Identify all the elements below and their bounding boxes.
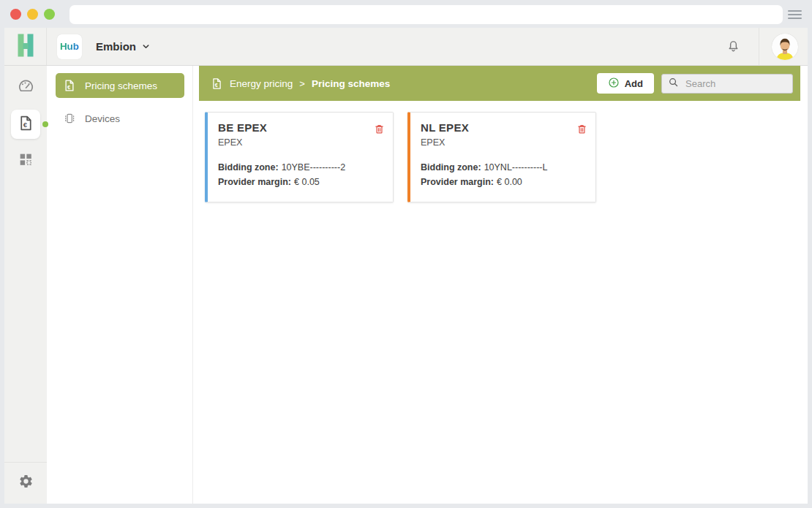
card-subtitle: EPEX: [218, 137, 383, 148]
settings-button[interactable]: [18, 474, 34, 491]
field-value: 10YBE----------2: [282, 162, 346, 173]
toolbar-right: Add: [597, 73, 793, 94]
nav-dashboard[interactable]: [17, 77, 35, 97]
pricing-scheme-card[interactable]: NL EPEX EPEX: [407, 112, 596, 202]
hamburger-icon[interactable]: [788, 10, 802, 21]
chevron-down-icon: [142, 40, 150, 53]
plus-circle-icon: [608, 77, 620, 91]
header-right: [726, 28, 808, 65]
active-indicator-dot: [42, 121, 48, 127]
rail-bottom: [4, 462, 47, 504]
toolbar: € Energy pricing > Pricing schemes Add: [199, 66, 800, 101]
sidebar: € Pricing schemes Devices: [47, 66, 193, 504]
breadcrumb-pricing-schemes: Pricing schemes: [312, 78, 390, 89]
app-body: €: [4, 66, 808, 504]
breadcrumb: € Energy pricing > Pricing schemes: [211, 77, 390, 90]
svg-text:€: €: [23, 121, 27, 129]
search-input[interactable]: [684, 77, 786, 90]
document-euro-icon: €: [63, 79, 76, 92]
close-window-button[interactable]: [10, 9, 21, 20]
card-fields: Bidding zone:10YNL----------L Provider m…: [421, 160, 585, 189]
search-icon: [668, 77, 679, 91]
org-name: Embion: [96, 40, 136, 53]
org-switcher[interactable]: Embion: [91, 39, 154, 53]
provider-margin-field: Provider margin:€ 0.00: [421, 175, 585, 189]
sidebar-item-label: Devices: [85, 113, 120, 124]
trash-icon: [576, 123, 587, 137]
svg-text:€: €: [215, 82, 218, 88]
app-header: Hub Embion: [4, 28, 808, 66]
app-root: Hub Embion: [4, 28, 808, 504]
card-fields: Bidding zone:10YBE----------2 Provider m…: [218, 160, 383, 189]
app-logo[interactable]: [4, 28, 47, 65]
nav-rail: €: [4, 66, 47, 504]
header-main: Hub Embion: [47, 28, 808, 65]
delete-scheme-button[interactable]: [575, 121, 589, 139]
product-badge-label: Hub: [60, 41, 79, 52]
field-label: Provider margin:: [218, 177, 291, 187]
sidebar-item-label: Pricing schemes: [85, 80, 157, 91]
breadcrumb-separator: >: [299, 78, 305, 89]
card-subtitle: EPEX: [421, 137, 585, 148]
url-bar[interactable]: [69, 5, 783, 24]
traffic-lights: [10, 9, 55, 20]
main-content: € Energy pricing > Pricing schemes Add: [193, 66, 808, 504]
notifications-button[interactable]: [726, 38, 741, 56]
device-icon: [63, 112, 76, 125]
gauge-icon: [17, 77, 35, 97]
nav-pricing[interactable]: €: [11, 110, 40, 139]
user-avatar[interactable]: [772, 34, 798, 60]
header-divider: [759, 28, 759, 65]
maximize-window-button[interactable]: [44, 9, 55, 20]
field-value: 10YNL----------L: [484, 162, 548, 173]
product-badge: Hub: [57, 34, 82, 59]
field-label: Bidding zone:: [421, 162, 481, 173]
card-title: NL EPEX: [421, 121, 585, 134]
breadcrumb-energy-pricing[interactable]: Energy pricing: [230, 78, 293, 89]
minimize-window-button[interactable]: [27, 9, 38, 20]
gear-icon: [18, 474, 34, 491]
field-label: Bidding zone:: [218, 162, 279, 173]
provider-margin-field: Provider margin:€ 0.05: [218, 175, 383, 189]
card-title: BE EPEX: [218, 121, 383, 134]
document-euro-icon: €: [211, 77, 223, 90]
nav-modules[interactable]: [18, 151, 34, 170]
modules-grid-icon: [18, 151, 34, 170]
search-box: [661, 74, 793, 94]
document-euro-icon: €: [18, 115, 34, 134]
pricing-scheme-card[interactable]: BE EPEX EPEX: [205, 112, 394, 202]
delete-scheme-button[interactable]: [372, 121, 386, 139]
bell-icon: [726, 38, 741, 56]
svg-text:€: €: [67, 84, 71, 91]
sidebar-item-devices[interactable]: Devices: [56, 106, 184, 131]
field-value: € 0.00: [497, 177, 522, 187]
h-logo-icon: [13, 33, 38, 61]
browser-titlebar: [0, 0, 812, 28]
add-button-label: Add: [625, 78, 643, 89]
field-value: € 0.05: [294, 177, 320, 187]
field-label: Provider margin:: [421, 177, 494, 187]
sidebar-item-pricing-schemes[interactable]: € Pricing schemes: [56, 73, 184, 98]
trash-icon: [374, 123, 385, 137]
bidding-zone-field: Bidding zone:10YNL----------L: [421, 160, 585, 175]
add-button[interactable]: Add: [597, 73, 654, 94]
bidding-zone-field: Bidding zone:10YBE----------2: [218, 160, 383, 175]
browser-window: Hub Embion: [0, 0, 812, 508]
pricing-scheme-cards: BE EPEX EPEX: [193, 101, 808, 213]
